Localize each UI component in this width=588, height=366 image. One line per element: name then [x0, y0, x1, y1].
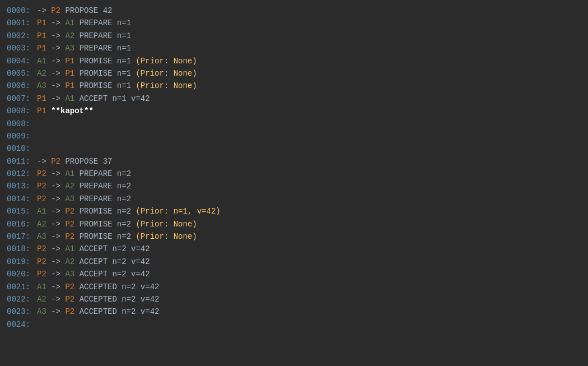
terminal-line: 0004:A1 -> P1 PROMISE n=1 (Prior: None) — [7, 55, 581, 67]
line-text: P1 -> A3 PREPARE n=1 — [37, 42, 131, 54]
terminal-line: 0018:P2 -> A1 ACCEPT n=2 v=42 — [7, 243, 581, 255]
line-number: 0001: — [7, 17, 35, 29]
line-number: 0020: — [7, 268, 35, 280]
terminal-line: 0013:P2 -> A2 PREPARE n=2 — [7, 180, 581, 192]
terminal-line: 0024: — [7, 318, 581, 331]
line-text: A3 -> P2 ACCEPTED n=2 v=42 — [37, 305, 159, 318]
line-number: 0008: — [7, 118, 35, 130]
line-number: 0023: — [7, 305, 35, 318]
line-number: 0009: — [7, 130, 35, 142]
line-text: A2 -> P2 PROMISE n=2 (Prior: None) — [37, 218, 197, 230]
line-text: P2 -> A1 ACCEPT n=2 v=42 — [37, 243, 150, 255]
line-text: A3 -> P2 PROMISE n=2 (Prior: None) — [37, 230, 197, 243]
terminal-line: 0001:P1 -> A1 PREPARE n=1 — [7, 17, 581, 29]
terminal-line: 0008:P1 **kapot** — [7, 105, 581, 117]
line-text: A2 -> P1 PROMISE n=1 (Prior: None) — [37, 67, 197, 80]
line-text: -> P2 PROPOSE 42 — [37, 4, 112, 17]
line-number: 0019: — [7, 256, 35, 268]
line-text: P2 -> A3 ACCEPT n=2 v=42 — [37, 268, 150, 280]
line-number: 0008: — [7, 105, 35, 117]
line-number: 0000: — [7, 4, 35, 17]
line-number: 0002: — [7, 30, 35, 42]
terminal-line: 0021:A1 -> P2 ACCEPTED n=2 v=42 — [7, 281, 581, 293]
line-text: P1 -> A1 ACCEPT n=1 v=42 — [37, 92, 150, 105]
terminal-line: 0000:-> P2 PROPOSE 42 — [7, 4, 581, 17]
terminal-output[interactable]: 0000:-> P2 PROPOSE 420001:P1 -> A1 PREPA… — [0, 0, 588, 366]
terminal-line: 0014:P2 -> A3 PREPARE n=2 — [7, 193, 581, 205]
terminal-line: 0008: — [7, 118, 581, 130]
line-text: A1 -> P1 PROMISE n=1 (Prior: None) — [37, 55, 197, 67]
line-number: 0006: — [7, 80, 35, 92]
terminal-line: 0002:P1 -> A2 PREPARE n=1 — [7, 30, 581, 42]
terminal-line: 0016:A2 -> P2 PROMISE n=2 (Prior: None) — [7, 218, 581, 230]
terminal-line: 0019:P2 -> A2 ACCEPT n=2 v=42 — [7, 256, 581, 268]
line-number: 0024: — [7, 318, 35, 331]
line-number: 0016: — [7, 218, 35, 230]
line-text: P2 -> A3 PREPARE n=2 — [37, 193, 131, 205]
terminal-line: 0005:A2 -> P1 PROMISE n=1 (Prior: None) — [7, 67, 581, 80]
line-text: P1 -> A1 PREPARE n=1 — [37, 17, 131, 29]
line-text: A1 -> P2 ACCEPTED n=2 v=42 — [37, 281, 159, 293]
line-number: 0012: — [7, 168, 35, 180]
terminal-line: 0006:A3 -> P1 PROMISE n=1 (Prior: None) — [7, 80, 581, 92]
line-text: A3 -> P1 PROMISE n=1 (Prior: None) — [37, 80, 197, 92]
line-number: 0018: — [7, 243, 35, 255]
line-number: 0007: — [7, 92, 35, 105]
line-number: 0003: — [7, 42, 35, 54]
line-number: 0014: — [7, 193, 35, 205]
terminal-line: 0010: — [7, 142, 581, 155]
line-text: -> P2 PROPOSE 37 — [37, 155, 112, 168]
line-text: P2 -> A2 PREPARE n=2 — [37, 180, 131, 192]
line-text: A1 -> P2 PROMISE n=2 (Prior: n=1, v=42) — [37, 205, 221, 217]
line-text: P1 -> A2 PREPARE n=1 — [37, 30, 131, 42]
terminal-line: 0012:P2 -> A1 PREPARE n=2 — [7, 168, 581, 180]
line-number: 0017: — [7, 230, 35, 243]
terminal-line: 0017:A3 -> P2 PROMISE n=2 (Prior: None) — [7, 230, 581, 243]
line-text: P1 **kapot** — [37, 105, 94, 117]
terminal-line: 0020:P2 -> A3 ACCEPT n=2 v=42 — [7, 268, 581, 280]
line-text: P2 -> A1 PREPARE n=2 — [37, 168, 131, 180]
line-number: 0015: — [7, 205, 35, 217]
line-number: 0010: — [7, 142, 35, 155]
line-number: 0011: — [7, 155, 35, 168]
terminal-line: 0015:A1 -> P2 PROMISE n=2 (Prior: n=1, v… — [7, 205, 581, 217]
terminal-line: 0023:A3 -> P2 ACCEPTED n=2 v=42 — [7, 305, 581, 318]
line-number: 0022: — [7, 293, 35, 305]
line-number: 0005: — [7, 67, 35, 80]
line-text: A2 -> P2 ACCEPTED n=2 v=42 — [37, 293, 159, 305]
line-number: 0004: — [7, 55, 35, 67]
terminal-line: 0011:-> P2 PROPOSE 37 — [7, 155, 581, 168]
terminal-line: 0009: — [7, 130, 581, 142]
line-number: 0021: — [7, 281, 35, 293]
line-number: 0013: — [7, 180, 35, 192]
terminal-line: 0003:P1 -> A3 PREPARE n=1 — [7, 42, 581, 54]
terminal-line: 0022:A2 -> P2 ACCEPTED n=2 v=42 — [7, 293, 581, 305]
terminal-line: 0007:P1 -> A1 ACCEPT n=1 v=42 — [7, 92, 581, 105]
line-text: P2 -> A2 ACCEPT n=2 v=42 — [37, 256, 150, 268]
